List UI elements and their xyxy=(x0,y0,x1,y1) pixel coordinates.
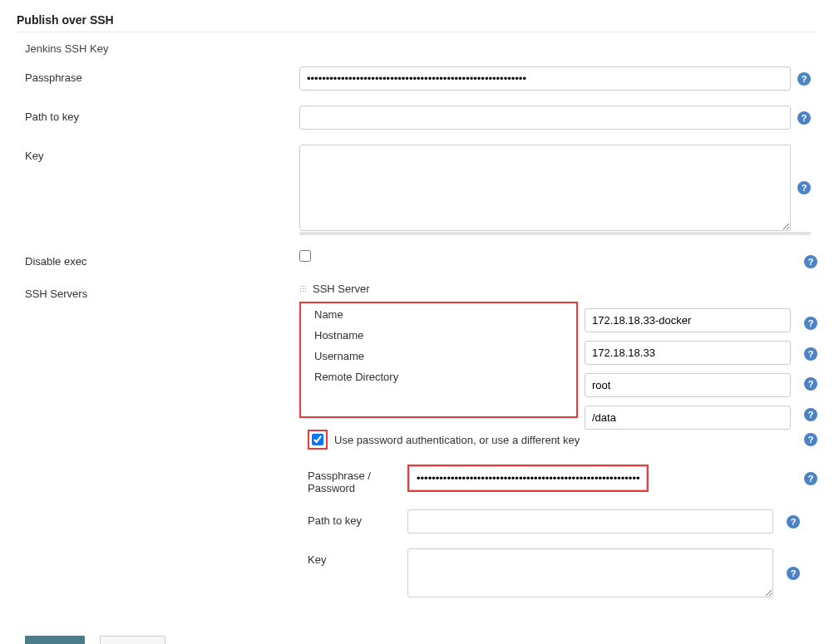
save-button[interactable]: 保存 xyxy=(25,636,85,644)
label-server-name: Name xyxy=(306,308,414,321)
label-key: Key xyxy=(17,145,299,162)
footer-buttons: 保存 Apply xyxy=(17,636,817,644)
row-key: Key ? xyxy=(17,145,817,235)
help-icon[interactable]: ? xyxy=(787,515,800,528)
server-key-textarea[interactable] xyxy=(407,548,773,597)
highlight-box-password xyxy=(407,465,649,492)
help-icon[interactable]: ? xyxy=(797,72,811,86)
help-icon[interactable]: ? xyxy=(787,567,800,580)
use-password-auth-checkbox[interactable] xyxy=(312,434,323,445)
highlight-box-server-fields: Name Hostname Username Remote Directory xyxy=(299,302,578,418)
drag-handle-icon[interactable] xyxy=(299,285,308,293)
help-icon[interactable]: ? xyxy=(804,408,817,421)
help-icon[interactable]: ? xyxy=(804,433,817,446)
label-server-username: Username xyxy=(306,350,414,362)
subsection-label: Jenkins SSH Key xyxy=(17,39,817,58)
row-passphrase: Passphrase ? xyxy=(17,66,817,91)
server-name-input[interactable] xyxy=(585,308,791,332)
label-disable-exec: Disable exec xyxy=(17,250,299,268)
row-disable-exec: Disable exec ? xyxy=(17,250,817,268)
label-server-path-to-key: Path to key xyxy=(299,509,407,527)
server-path-to-key-input[interactable] xyxy=(407,509,773,533)
server-hostname-input[interactable] xyxy=(585,341,791,365)
label-server-passphrase: Passphrase / Password xyxy=(299,465,407,494)
help-icon[interactable]: ? xyxy=(804,377,817,391)
ssh-server-heading: SSH Server xyxy=(313,283,370,295)
row-ssh-servers: SSH Servers SSH Server Name Hostname Use… xyxy=(17,283,817,612)
row-server-passphrase: Passphrase / Password ? xyxy=(299,465,817,494)
key-textarea[interactable] xyxy=(299,145,791,231)
server-username-input[interactable] xyxy=(585,373,791,397)
help-icon[interactable]: ? xyxy=(804,347,817,361)
label-path-to-key: Path to key xyxy=(17,106,299,123)
path-to-key-input[interactable] xyxy=(299,106,791,130)
row-path-to-key: Path to key ? xyxy=(17,106,817,130)
help-icon[interactable]: ? xyxy=(804,472,817,485)
highlight-box-checkbox xyxy=(308,430,328,450)
row-use-password-auth: Use password authentication, or use a di… xyxy=(299,430,817,450)
server-passphrase-input[interactable] xyxy=(409,466,647,490)
row-server-path-to-key: Path to key ? xyxy=(299,509,817,533)
server-remote-dir-input[interactable] xyxy=(585,406,791,430)
passphrase-input[interactable] xyxy=(299,66,791,91)
section-title: Publish over SSH xyxy=(17,8,817,32)
help-icon[interactable]: ? xyxy=(797,111,811,125)
disable-exec-checkbox[interactable] xyxy=(299,250,311,262)
label-server-key: Key xyxy=(299,548,407,566)
label-ssh-servers: SSH Servers xyxy=(17,283,299,300)
resize-divider[interactable] xyxy=(299,232,811,235)
label-server-remote-dir: Remote Directory xyxy=(306,371,414,383)
label-use-password-auth: Use password authentication, or use a di… xyxy=(334,434,580,446)
row-server-key: Key ? xyxy=(299,548,817,597)
label-server-hostname: Hostname xyxy=(306,329,414,342)
apply-button[interactable]: Apply xyxy=(100,636,165,644)
ssh-server-heading-row: SSH Server xyxy=(299,283,817,295)
help-icon[interactable]: ? xyxy=(804,317,817,330)
help-icon[interactable]: ? xyxy=(804,255,817,268)
label-passphrase: Passphrase xyxy=(17,66,299,84)
help-icon[interactable]: ? xyxy=(797,181,811,194)
